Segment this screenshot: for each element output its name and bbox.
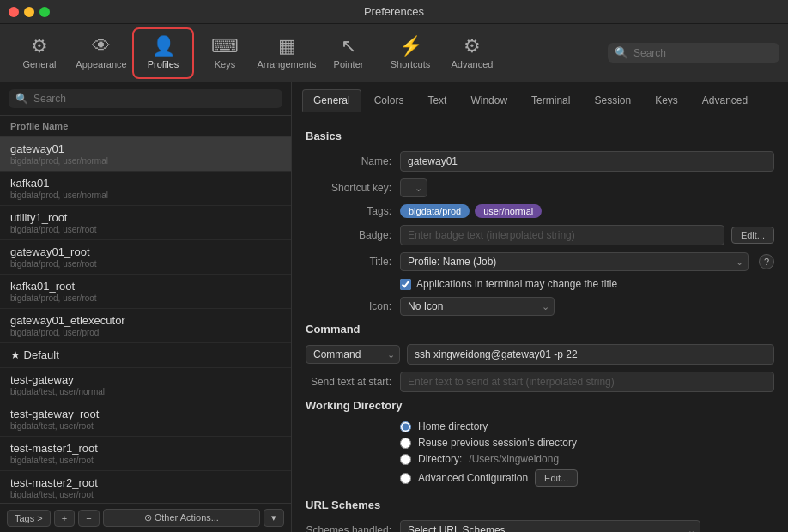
list-item[interactable]: test-gateway bigdata/test, user/normal [0,368,291,402]
list-item[interactable]: kafka01 bigdata/prod, user/normal [0,172,291,206]
schemes-select[interactable]: Select URL Schemes... [400,520,700,532]
shortcut-row: Shortcut key: [306,178,774,197]
title-help-button[interactable]: ? [759,254,774,269]
window-title: Preferences [364,5,424,18]
title-checkbox-row: Applications in terminal may change the … [400,278,774,290]
profile-list-header: Profile Name [0,116,291,137]
command-input[interactable] [407,344,774,365]
toolbar-item-shortcuts[interactable]: ⚡ Shortcuts [379,27,441,79]
shortcut-select[interactable] [400,178,427,197]
name-field-wrapper [400,151,774,172]
toolbar-label-advanced: Advanced [452,59,494,70]
title-select-wrapper: Profile: Name (Job) [400,252,749,271]
list-item[interactable]: test-master2_root bigdata/test, user/roo… [0,471,291,503]
content-panel: General Colors Text Window Terminal Sess… [292,82,788,532]
radio-directory-value: /Users/xingweidong [469,453,559,465]
badge-input[interactable] [400,225,724,245]
tab-advanced[interactable]: Advanced [691,89,759,112]
radio-home-input[interactable] [400,421,411,432]
sidebar-search-area: 🔍 [0,82,291,116]
toolbar-search-box[interactable]: 🔍 [608,43,779,63]
profile-sub: bigdata/test, user/root [10,490,281,499]
profile-name: gateway01 [10,142,281,155]
toolbar-item-pointer[interactable]: ↖ Pointer [318,27,379,79]
close-button[interactable] [9,7,19,17]
add-profile-button[interactable]: + [54,510,75,527]
toolbar-search-input[interactable] [633,47,773,59]
profile-sub: bigdata/test, user/root [10,456,281,465]
tab-terminal[interactable]: Terminal [520,89,581,112]
toolbar: ⚙ General 👁 Appearance 👤 Profiles ⌨ Keys… [0,24,788,82]
list-item[interactable]: kafka01_root bigdata/prod, user/root [0,275,291,309]
remove-profile-button[interactable]: − [78,510,99,527]
radio-directory-input[interactable] [400,454,411,465]
tab-window[interactable]: Window [459,89,518,112]
advanced-icon: ⚙ [464,37,481,56]
toolbar-search-icon: 🔍 [615,46,628,59]
list-item[interactable]: ★ Default [0,343,291,368]
sidebar-search-icon: 🔍 [15,93,28,105]
toolbar-item-appearance[interactable]: 👁 Appearance [70,27,132,79]
tab-general[interactable]: General [302,89,361,112]
general-icon: ⚙ [31,37,48,56]
profile-name: ★ Default [10,348,281,361]
name-input[interactable] [400,151,774,172]
title-select[interactable]: Profile: Name (Job) [400,252,749,271]
radio-advanced-input[interactable] [400,473,411,484]
name-row: Name: [306,151,774,172]
profile-sub: bigdata/prod, user/prod [10,328,281,337]
schemes-label: Schemes handled: [306,524,400,532]
list-item[interactable]: test-gateway_root bigdata/test, user/roo… [0,402,291,437]
shortcut-label: Shortcut key: [306,182,400,194]
maximize-button[interactable] [39,7,50,17]
profile-sub: bigdata/prod, user/normal [10,190,281,200]
toolbar-label-shortcuts: Shortcuts [391,59,430,70]
appearance-icon: 👁 [92,37,111,56]
list-item[interactable]: utility1_root bigdata/prod, user/root [0,206,291,240]
tab-session[interactable]: Session [583,89,642,112]
toolbar-item-keys[interactable]: ⌨ Keys [194,27,256,79]
toolbar-item-profiles[interactable]: 👤 Profiles [132,27,194,79]
schemes-dropdown-wrapper: Select URL Schemes... [400,520,700,532]
toolbar-item-arrangements[interactable]: ▦ Arrangements [256,27,318,79]
list-item[interactable]: gateway01_etlexecutor bigdata/prod, user… [0,309,291,343]
radio-reuse-input[interactable] [400,438,411,449]
shortcut-select-wrapper [400,178,427,197]
send-text-label: Send text at start: [306,376,400,388]
schemes-select-wrapper: Select URL Schemes... [400,520,774,532]
tab-keys[interactable]: Keys [644,89,689,112]
list-item[interactable]: gateway01_root bigdata/prod, user/root [0,240,291,275]
main-area: 🔍 Profile Name gateway01 bigdata/prod, u… [0,82,788,532]
tag-bigdata[interactable]: bigdata/prod [400,204,470,218]
list-item[interactable]: gateway01 bigdata/prod, user/normal [0,137,291,172]
radio-directory: Directory: /Users/xingweidong [400,453,774,465]
title-change-checkbox[interactable] [400,279,411,290]
tag-user[interactable]: user/normal [475,204,542,218]
profile-name: test-master1_root [10,442,281,455]
tab-colors[interactable]: Colors [363,89,415,112]
command-type-select[interactable]: Command [306,345,400,364]
tab-text[interactable]: Text [416,89,458,112]
advanced-config-edit-button[interactable]: Edit... [535,469,578,487]
sidebar-search-input[interactable] [33,93,276,105]
minimize-button[interactable] [24,7,34,17]
badge-row: Badge: Edit... [306,225,774,245]
send-text-wrapper [400,372,774,392]
send-text-input[interactable] [400,372,774,392]
profile-name: gateway01_root [10,245,281,258]
badge-label: Badge: [306,229,400,241]
sidebar-search-box[interactable]: 🔍 [9,89,282,108]
other-actions-button[interactable]: ⊙ Other Actions... [103,509,260,527]
toolbar-item-general[interactable]: ⚙ General [9,27,70,79]
badge-field-wrapper: Edit... [400,225,774,245]
title-row: Title: Profile: Name (Job) ? [306,252,774,271]
profiles-icon: 👤 [152,37,175,56]
list-item[interactable]: test-master1_root bigdata/test, user/roo… [0,437,291,471]
radio-home: Home directory [400,420,774,432]
profile-sub: bigdata/prod, user/root [10,225,281,234]
toolbar-item-advanced[interactable]: ⚙ Advanced [441,27,503,79]
tags-button[interactable]: Tags > [7,510,51,527]
other-actions-dropdown[interactable]: ▾ [264,509,284,527]
badge-edit-button[interactable]: Edit... [731,227,774,244]
icon-select[interactable]: No Icon [400,297,555,316]
